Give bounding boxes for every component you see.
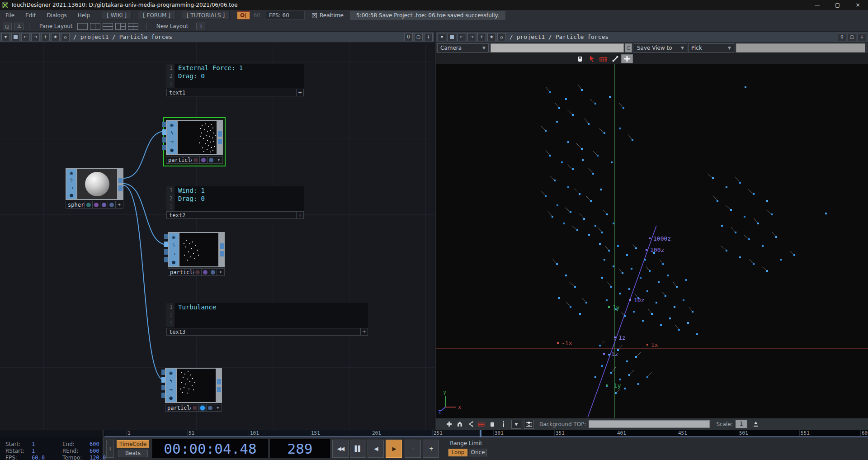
node-flag[interactable] [207, 156, 215, 163]
pane-mode-icon[interactable] [11, 33, 20, 41]
timeline-options-button[interactable]: I [106, 440, 114, 458]
range-plus-button[interactable]: + [423, 440, 439, 458]
step-back-button[interactable]: ◀ [368, 440, 384, 458]
maximize-pane-icon[interactable]: ◱ [3, 23, 12, 30]
keyboard-icon[interactable] [476, 420, 487, 429]
camera-path-field[interactable] [491, 43, 624, 52]
input-connector[interactable] [162, 129, 166, 135]
layout-split-vertical-button[interactable] [90, 23, 100, 30]
particle-icon[interactable]: ● [172, 260, 176, 265]
scale-value-field[interactable]: 1 [736, 420, 747, 428]
view-name-field[interactable] [736, 43, 865, 52]
camera-snapshot-icon[interactable] [524, 420, 534, 429]
layout-grid-button[interactable] [128, 23, 138, 30]
viewer-flag-icon[interactable]: ◉ [170, 123, 174, 128]
node-flag[interactable] [206, 404, 214, 411]
comment-add-button[interactable]: + [296, 212, 303, 218]
render-pick-keyboard-icon[interactable] [598, 54, 609, 63]
particle-icon[interactable]: ● [170, 147, 174, 152]
maximize-button[interactable]: ▢ [827, 0, 848, 10]
input-connector[interactable] [161, 370, 165, 375]
arrow-icon[interactable]: → [169, 387, 173, 392]
cook-flag-icon[interactable]: ϟ [170, 131, 174, 136]
arrow-icon[interactable]: → [70, 185, 73, 190]
pan-hand-icon[interactable] [574, 54, 586, 63]
viewer-flag-icon[interactable]: ◉ [70, 171, 74, 175]
arrow-icon[interactable]: → [170, 139, 174, 144]
menu-help[interactable]: Help [72, 10, 95, 21]
minimize-button[interactable]: — [807, 0, 827, 10]
node-flag[interactable] [193, 269, 201, 275]
node-parameters-star-icon[interactable]: ✦ [215, 156, 222, 163]
timeline-ruler[interactable]: 151101151201251301351401451501551600 [0, 430, 868, 437]
lock-icon[interactable] [625, 43, 632, 52]
input-connector[interactable] [164, 242, 168, 247]
input-connector[interactable] [162, 137, 166, 142]
bookmark-star-icon[interactable]: ★ [487, 33, 496, 41]
viewport-canvas[interactable]: 1000z100z10z1z-1z1y-1y-1x1xyxz [436, 64, 868, 418]
background-top-field[interactable] [589, 420, 710, 428]
camera-dropdown[interactable]: Camera▼ [437, 43, 489, 52]
scale-spinner[interactable] [754, 422, 758, 427]
back-icon[interactable]: ← [458, 33, 466, 41]
node-flag[interactable] [108, 201, 115, 208]
menu-edit[interactable]: Edit [20, 10, 41, 21]
cook-flag-icon[interactable]: ϟ [70, 178, 73, 183]
pane-maximize-icon[interactable]: ▢ [848, 33, 856, 41]
comment-node-text3[interactable]: 1Turbulance23text3+ [166, 303, 368, 336]
cook-flag-icon[interactable]: ϟ [172, 243, 175, 248]
back-icon[interactable]: ← [21, 33, 30, 41]
arrow-icon[interactable]: → [172, 251, 175, 256]
node-particle1[interactable]: ◉ϟ→●particle1✦ [166, 120, 223, 164]
node-flag[interactable] [191, 404, 198, 411]
add-icon[interactable]: + [477, 33, 486, 41]
play-button[interactable]: ▶ [386, 440, 402, 458]
comment-add-button[interactable]: + [296, 89, 303, 96]
tutorials-link-button[interactable]: [ TUTORIALS ] [182, 11, 230, 20]
input-connector[interactable] [164, 257, 168, 262]
playhead[interactable] [480, 430, 481, 438]
info-icon[interactable] [498, 420, 509, 429]
input-connector[interactable] [162, 145, 166, 150]
forum-link-button[interactable]: [ FORUM ] [138, 11, 175, 20]
add-icon[interactable]: + [41, 33, 50, 41]
comment-node-text1[interactable]: 1External Force: 12Drag: 03text1+ [166, 64, 304, 96]
network-editor[interactable]: 1External Force: 12Drag: 03text1+1Wind: … [0, 43, 434, 430]
input-connector[interactable] [162, 122, 166, 127]
menu-file[interactable]: File [0, 10, 20, 21]
timecode-mode-button[interactable]: TimeCode [117, 440, 149, 448]
node-particle7[interactable]: ◉ϟ→●particle7✦ [165, 368, 222, 412]
node-particle2[interactable]: ◉ϟ→●particle2✦ [168, 232, 225, 276]
input-connector[interactable] [164, 234, 168, 239]
once-button[interactable]: Once [469, 449, 487, 456]
save-view-dropdown[interactable]: Save View to▼ [634, 43, 687, 52]
layout-three-pane-button[interactable] [115, 23, 126, 30]
particle-icon[interactable]: ● [70, 193, 74, 198]
menu-dialogs[interactable]: Dialogs [41, 10, 72, 21]
wire-probe-icon[interactable] [465, 420, 476, 429]
loop-button[interactable]: Loop [448, 449, 467, 456]
output-connector[interactable] [217, 387, 221, 392]
node-parameters-star-icon[interactable]: ✦ [217, 269, 224, 275]
range-minus-button[interactable]: – [405, 440, 421, 458]
pane-type-dropdown-icon[interactable]: ▾ [1, 33, 10, 41]
geometry-icon[interactable] [487, 420, 498, 429]
input-connector[interactable] [161, 393, 165, 398]
node-flag[interactable] [209, 269, 217, 275]
output-connector[interactable] [118, 185, 123, 191]
particle-icon[interactable]: ● [169, 395, 173, 400]
output-connector[interactable] [118, 178, 123, 183]
output-connector[interactable] [220, 243, 224, 249]
pane-mode-icon[interactable] [448, 33, 456, 41]
new-layout-add-button[interactable]: + [196, 23, 205, 30]
add-tool-icon[interactable] [621, 54, 633, 63]
output-connector[interactable] [218, 139, 222, 144]
jump-to-start-button[interactable]: ◀◀ [332, 440, 349, 458]
home-icon[interactable]: ⌂ [61, 33, 70, 41]
node-sphere1[interactable]: ◉ϟ→●sphere1✦ [66, 168, 123, 209]
fps-indicator[interactable]: FPS: 60 [265, 11, 305, 20]
cook-flag-icon[interactable]: ϟ [170, 379, 173, 384]
viewer-flag-icon[interactable]: ◉ [172, 235, 176, 240]
node-flag[interactable] [85, 201, 92, 208]
output-connector[interactable] [217, 379, 221, 384]
